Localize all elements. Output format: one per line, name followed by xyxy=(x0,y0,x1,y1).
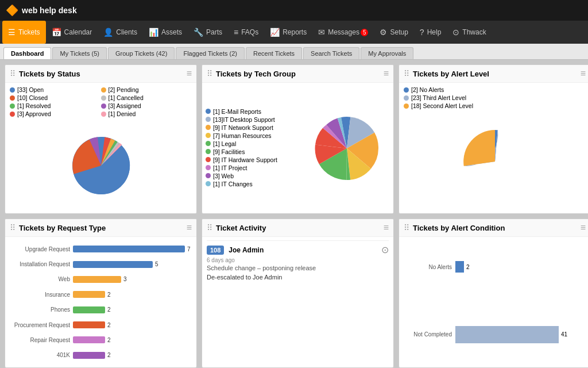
widget-header-request-type: ⠿ Tickets by Request Type ≡ xyxy=(5,219,196,237)
nav-label-tickets: Tickets xyxy=(18,28,40,36)
bar-row-401k: 401K 2 xyxy=(10,352,192,359)
widget-tickets-by-alert-level: ⠿ Tickets by Alert Level ≡ [2] No Alerts… xyxy=(399,64,588,214)
tab-my-approvals[interactable]: My Approvals xyxy=(361,47,413,59)
hbar-not-completed xyxy=(455,326,559,343)
expand-icon-0[interactable]: ⊙ xyxy=(381,244,389,255)
dot-second-alert xyxy=(404,103,409,109)
legend-item-cancelled: [1] Cancelled xyxy=(101,94,192,101)
li-third-alert: [23] Third Alert Level xyxy=(404,94,586,101)
activity-action-0: De-escalated to Joe Admin xyxy=(207,274,389,281)
bar-row-repair: Repair Request 2 xyxy=(10,336,192,343)
dot-closed xyxy=(10,95,15,101)
drag-handle-alert[interactable]: ⠿ xyxy=(404,69,409,78)
bar-procurement xyxy=(73,321,105,328)
hbar-label-not-completed: Not Completed xyxy=(404,331,455,338)
nav-item-messages[interactable]: ✉ Messages 5 xyxy=(312,21,374,44)
dot-assigned xyxy=(101,103,106,109)
bar-row-installation: Installation Request 5 xyxy=(10,261,192,268)
widget-tickets-by-request-type: ⠿ Tickets by Request Type ≡ Upgrade Requ… xyxy=(5,218,197,368)
ticket-badge-0[interactable]: 108 xyxy=(207,246,224,255)
widget-menu-alert-level[interactable]: ≡ xyxy=(581,68,586,79)
dot-facilities xyxy=(206,149,211,154)
widget-body-tech: [1] E-Mail Reports [13]IT Desktop Suppor… xyxy=(202,83,393,213)
activity-user-0: Joe Admin xyxy=(229,246,381,254)
dot-legal xyxy=(206,141,211,146)
dot-hr xyxy=(206,133,211,138)
hbar-no-alerts xyxy=(455,261,464,273)
nav-item-calendar[interactable]: 📅 Calendar xyxy=(46,21,98,44)
widget-menu-activity[interactable]: ≡ xyxy=(384,223,389,233)
pie-chart-tech xyxy=(304,85,390,211)
activity-time-0: 6 days ago xyxy=(207,257,389,263)
nav-label-calendar: Calendar xyxy=(64,28,92,36)
nav-item-faqs[interactable]: ≡ FAQs xyxy=(228,21,264,44)
bar-val-insurance: 2 xyxy=(107,292,111,298)
bar-label-phones: Phones xyxy=(10,306,73,313)
widget-menu-status[interactable]: ≡ xyxy=(187,68,192,79)
nav-item-parts[interactable]: 🔧 Parts xyxy=(188,21,228,44)
drag-handle-status[interactable]: ⠿ xyxy=(10,69,16,78)
dot-web xyxy=(206,173,211,178)
dot-hardware xyxy=(206,157,211,162)
bar-outer-procurement: 2 xyxy=(73,321,192,328)
nav-item-thwack[interactable]: ⊙ Thwack xyxy=(447,21,492,44)
bar-chart-request-type: Upgrade Request 7 Installation Request 5… xyxy=(10,240,192,364)
bar-val-procurement: 2 xyxy=(107,322,111,328)
tab-group-tickets[interactable]: Group Tickets (42) xyxy=(108,47,175,59)
tab-my-tickets[interactable]: My Tickets (5) xyxy=(52,47,106,59)
widget-ticket-activity: ⠿ Ticket Activity ≡ 108 Joe Admin ⊙ 6 da… xyxy=(202,218,394,368)
reports-icon: 📈 xyxy=(270,28,280,37)
bar-row-web: Web 3 xyxy=(10,276,192,283)
widget-body-activity: 108 Joe Admin ⊙ 6 days ago Schedule chan… xyxy=(202,237,393,367)
nav-item-help[interactable]: ? Help xyxy=(414,21,447,44)
widget-tickets-by-tech-group: ⠿ Tickets by Tech Group ≡ [1] E-Mail Rep… xyxy=(202,64,394,214)
bar-row-phones: Phones 2 xyxy=(10,306,192,313)
dot-approved xyxy=(10,112,15,117)
nav-item-reports[interactable]: 📈 Reports xyxy=(264,21,312,44)
tab-flagged-tickets[interactable]: Flagged Tickets (2) xyxy=(176,47,245,59)
drag-handle-activity[interactable]: ⠿ xyxy=(207,223,212,232)
activity-desc-0: Schedule change – postponing release xyxy=(207,264,389,271)
nav-label-parts: Parts xyxy=(206,28,222,36)
tab-recent-tickets[interactable]: Recent Tickets xyxy=(246,47,302,59)
drag-handle-alert-cond[interactable]: ⠿ xyxy=(404,223,409,232)
widget-menu-tech[interactable]: ≡ xyxy=(384,68,389,79)
widget-tickets-by-status: ⠿ Tickets by Status ≡ [33] Open [10] Clo… xyxy=(5,64,197,214)
bar-val-401k: 2 xyxy=(107,352,111,358)
legend-item-open: [33] Open xyxy=(10,86,101,93)
bar-row-procurement: Procurement Request 2 xyxy=(10,321,192,328)
messages-badge: 5 xyxy=(361,29,369,36)
hbar-row-not-completed: Not Completed 41 xyxy=(404,326,586,343)
nav-item-clients[interactable]: 👤 Clients xyxy=(98,21,143,44)
bar-outer-insurance: 2 xyxy=(73,291,192,298)
bar-installation xyxy=(73,261,153,268)
widget-body-alert-cond: No Alerts 2 Not Completed 41 xyxy=(399,237,588,367)
tab-dashboard[interactable]: Dashboard xyxy=(3,47,51,59)
top-bar: 🔶 web help desk xyxy=(0,0,588,21)
nav-item-tickets[interactable]: ☰ Tickets xyxy=(2,21,46,44)
bar-label-web: Web xyxy=(10,276,73,282)
drag-handle-request[interactable]: ⠿ xyxy=(10,223,16,232)
tab-search-tickets[interactable]: Search Tickets xyxy=(303,47,359,59)
dot-project xyxy=(206,165,211,170)
bar-label-installation: Installation Request xyxy=(10,261,73,267)
widget-menu-request-type[interactable]: ≡ xyxy=(187,223,192,233)
hbar-label-no-alerts: No Alerts xyxy=(404,264,455,270)
nav-item-assets[interactable]: 📊 Assets xyxy=(143,21,188,44)
bar-label-repair: Repair Request xyxy=(10,337,73,343)
li-desktop: [13]IT Desktop Support xyxy=(206,116,304,123)
li-legal: [1] Legal xyxy=(206,140,304,147)
widget-menu-alert-cond[interactable]: ≡ xyxy=(581,223,586,233)
drag-handle-tech[interactable]: ⠿ xyxy=(207,69,212,78)
legend-status: [33] Open [10] Closed [1] Resolved [3] A… xyxy=(10,86,192,118)
nav-label-messages: Messages xyxy=(328,28,359,36)
assets-icon: 📊 xyxy=(149,28,158,37)
logo-icon: 🔶 xyxy=(6,4,18,17)
bar-outer-phones: 2 xyxy=(73,306,192,313)
calendar-icon: 📅 xyxy=(52,28,61,37)
nav-item-setup[interactable]: ⚙ Setup xyxy=(374,21,413,44)
widget-title-tech: Tickets by Tech Group xyxy=(216,70,384,78)
thwack-icon: ⊙ xyxy=(452,28,459,37)
bar-label-upgrade: Upgrade Request xyxy=(10,246,73,252)
faqs-icon: ≡ xyxy=(234,28,238,37)
